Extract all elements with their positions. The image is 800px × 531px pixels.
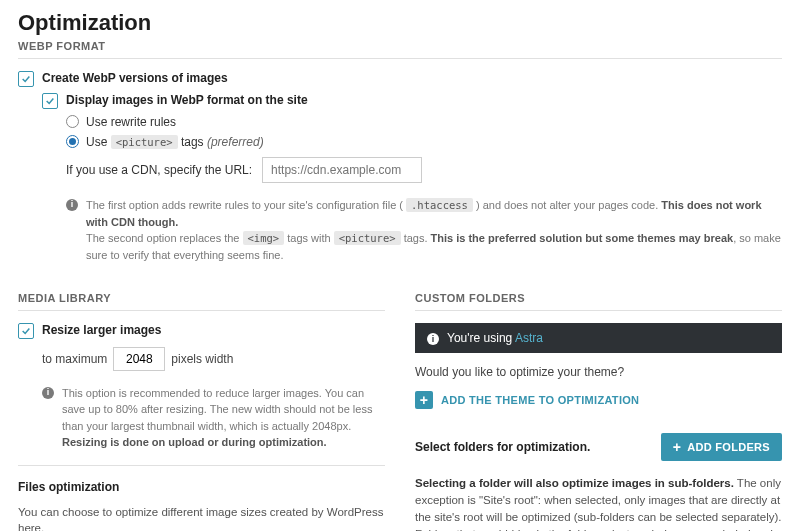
create-webp-checkbox[interactable] — [18, 71, 34, 87]
plus-icon: + — [673, 440, 681, 454]
folder-desc: Selecting a folder will also optimize im… — [415, 475, 782, 532]
plus-icon: + — [415, 391, 433, 409]
theme-banner: i You're using Astra — [415, 323, 782, 353]
create-webp-label: Create WebP versions of images — [42, 71, 228, 85]
picture-radio-label: Use <picture> tags (preferred) — [86, 135, 264, 149]
max-pre: to maximum — [42, 352, 107, 366]
media-section-label: MEDIA LIBRARY — [18, 292, 385, 311]
max-width-input[interactable] — [113, 347, 165, 371]
add-folders-button[interactable]: +ADD FOLDERS — [661, 433, 782, 461]
webp-section-label: WEBP FORMAT — [18, 40, 782, 59]
page-title: Optimization — [18, 10, 782, 36]
display-webp-checkbox[interactable] — [42, 93, 58, 109]
theme-link[interactable]: Astra — [515, 331, 543, 345]
resize-checkbox[interactable] — [18, 323, 34, 339]
info-icon: i — [66, 199, 78, 211]
display-webp-label: Display images in WebP format on the sit… — [66, 93, 308, 107]
files-heading: Files optimization — [18, 480, 385, 494]
rewrite-radio[interactable] — [66, 115, 79, 128]
picture-radio[interactable] — [66, 135, 79, 148]
check-icon — [21, 326, 31, 336]
add-theme-button[interactable]: + ADD THE THEME TO OPTIMIZATION — [415, 391, 782, 409]
theme-prompt: Would you like to optimize your theme? — [415, 365, 782, 379]
check-icon — [45, 96, 55, 106]
resize-label: Resize larger images — [42, 323, 161, 337]
files-desc: You can choose to optimize different ima… — [18, 504, 385, 532]
info-icon: i — [42, 387, 54, 399]
webp-info: i The first option adds rewrite rules to… — [18, 197, 782, 264]
rewrite-radio-label: Use rewrite rules — [86, 115, 176, 129]
check-icon — [21, 74, 31, 84]
select-folders-label: Select folders for optimization. — [415, 440, 590, 454]
custom-section-label: CUSTOM FOLDERS — [415, 292, 782, 311]
info-icon: i — [427, 333, 439, 345]
media-info: i This option is recommended to reduce l… — [18, 385, 385, 451]
cdn-url-input[interactable] — [262, 157, 422, 183]
max-post: pixels width — [171, 352, 233, 366]
cdn-label: If you use a CDN, specify the URL: — [66, 163, 252, 177]
